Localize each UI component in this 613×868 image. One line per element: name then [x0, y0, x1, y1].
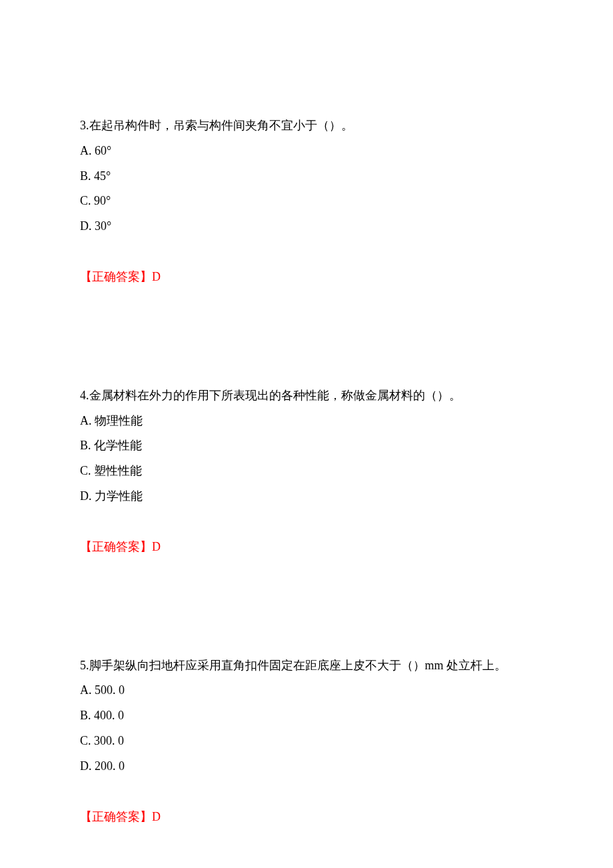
- option-c: C. 塑性性能: [80, 459, 533, 484]
- answer-line: 【正确答案】D: [80, 805, 533, 830]
- question-number: 5.: [80, 659, 89, 672]
- option-d: D. 30°: [80, 214, 533, 239]
- question-number: 4.: [80, 389, 89, 402]
- question-text: 3.在起吊构件时，吊索与构件间夹角不宜小于（）。: [80, 113, 533, 139]
- option-b: B. 化学性能: [80, 433, 533, 459]
- option-a: A. 500. 0: [80, 678, 533, 703]
- option-a: A. 物理性能: [80, 409, 533, 434]
- option-b: B. 400. 0: [80, 703, 533, 729]
- question-stem: 在起吊构件时，吊索与构件间夹角不宜小于（）。: [89, 119, 353, 132]
- answer-label: 【正确答案】: [80, 810, 152, 823]
- answer-line: 【正确答案】D: [80, 535, 533, 560]
- question-block-5: 5.脚手架纵向扫地杆应采用直角扣件固定在距底座上皮不大于（）mm 处立杆上。 A…: [80, 653, 533, 830]
- question-stem: 脚手架纵向扫地杆应采用直角扣件固定在距底座上皮不大于（）mm 处立杆上。: [89, 659, 507, 672]
- answer-value: D: [152, 540, 161, 553]
- question-text: 4.金属材料在外力的作用下所表现出的各种性能，称做金属材料的（）。: [80, 383, 533, 409]
- option-c: C. 300. 0: [80, 729, 533, 754]
- question-block-3: 3.在起吊构件时，吊索与构件间夹角不宜小于（）。 A. 60° B. 45° C…: [80, 113, 533, 290]
- option-d: D. 力学性能: [80, 484, 533, 509]
- answer-label: 【正确答案】: [80, 540, 152, 553]
- question-number: 3.: [80, 119, 89, 132]
- question-text: 5.脚手架纵向扫地杆应采用直角扣件固定在距底座上皮不大于（）mm 处立杆上。: [80, 653, 533, 679]
- option-c: C. 90°: [80, 189, 533, 214]
- answer-line: 【正确答案】D: [80, 265, 533, 290]
- answer-value: D: [152, 810, 161, 823]
- option-d: D. 200. 0: [80, 754, 533, 779]
- answer-label: 【正确答案】: [80, 270, 152, 283]
- answer-value: D: [152, 270, 161, 283]
- question-stem: 金属材料在外力的作用下所表现出的各种性能，称做金属材料的（）。: [89, 389, 461, 402]
- question-block-4: 4.金属材料在外力的作用下所表现出的各种性能，称做金属材料的（）。 A. 物理性…: [80, 383, 533, 560]
- option-b: B. 45°: [80, 164, 533, 189]
- option-a: A. 60°: [80, 139, 533, 164]
